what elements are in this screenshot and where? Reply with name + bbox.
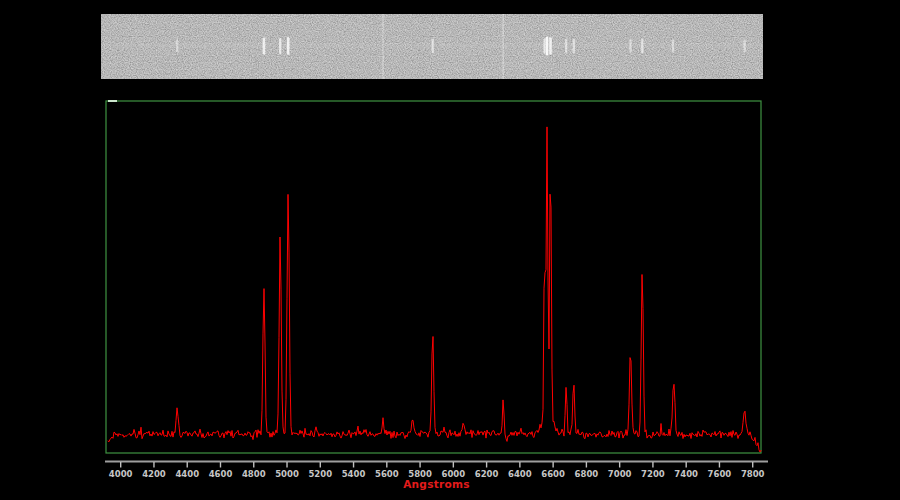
plot-cursor-mark — [108, 100, 117, 102]
x-axis-tick-label: 7200 — [641, 469, 665, 479]
x-axis-tick-label: 6800 — [575, 469, 599, 479]
strip-emission-line — [279, 38, 281, 54]
strip-emission-line — [263, 37, 266, 54]
strip-emission-line — [543, 38, 545, 53]
strip-emission-line — [744, 39, 746, 52]
x-axis-tick-label: 5600 — [375, 469, 399, 479]
strip-emission-line — [573, 39, 575, 54]
x-axis-tick-label: 7800 — [741, 469, 765, 479]
x-axis-tick-label: 7000 — [608, 469, 632, 479]
strip-emission-line — [629, 39, 631, 53]
strip-emission-line — [565, 39, 567, 53]
x-axis-tick-label: 6200 — [475, 469, 499, 479]
strip-sky-line — [503, 14, 504, 79]
x-axis-tick-label: 6400 — [508, 469, 532, 479]
strip-emission-line — [432, 39, 434, 54]
spectroscopy-viewer: 4000420044004600480050005200540056005800… — [0, 0, 900, 500]
x-axis-tick-label: 6600 — [541, 469, 565, 479]
x-axis-tick-label: 7400 — [674, 469, 698, 479]
x-axis-title: Angstroms — [403, 478, 470, 490]
x-axis-tick-label: 4000 — [109, 469, 133, 479]
spectrum-trace — [108, 127, 761, 452]
plot-border — [106, 101, 761, 453]
strip-emission-line — [546, 37, 549, 56]
x-axis-tick-label: 5000 — [275, 469, 299, 479]
x-axis-tick-label: 4200 — [142, 469, 166, 479]
x-axis-tick-label: 7600 — [708, 469, 732, 479]
strip-emission-line — [549, 37, 552, 55]
x-axis-tick-label: 5400 — [342, 469, 366, 479]
strip-emission-line — [641, 39, 643, 54]
x-axis-tick-label: 4600 — [209, 469, 233, 479]
spectrum-plot[interactable]: 4000420044004600480050005200540056005800… — [100, 95, 800, 500]
x-axis-tick-label: 4400 — [175, 469, 199, 479]
strip-emission-line — [672, 39, 674, 52]
strip-emission-line — [287, 37, 290, 55]
strip-sky-line — [382, 14, 383, 79]
raw-spectrum-strip[interactable] — [101, 14, 763, 79]
strip-emission-line — [176, 40, 178, 53]
x-axis-tick-label: 4800 — [242, 469, 266, 479]
x-axis-tick-label: 5200 — [308, 469, 332, 479]
